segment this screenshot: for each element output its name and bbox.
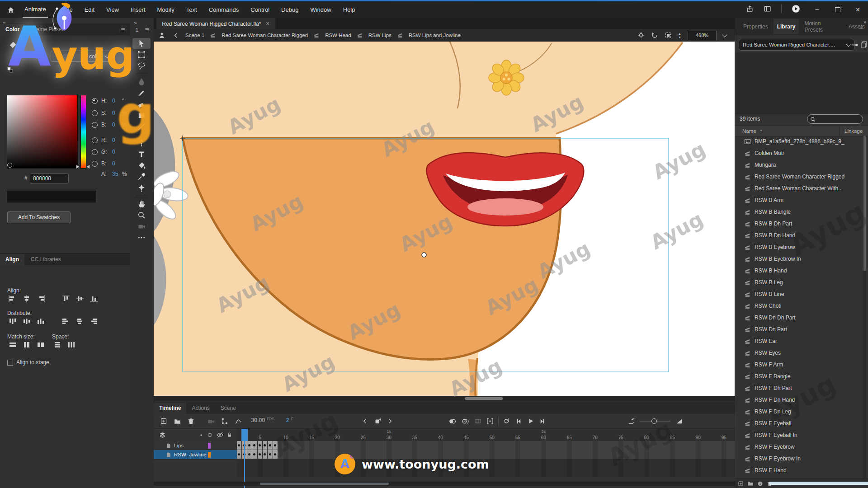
align-left-button[interactable]: [7, 295, 18, 303]
pen-tool[interactable]: [132, 137, 151, 148]
keyframe-cell[interactable]: [268, 441, 273, 450]
tab-library[interactable]: Library: [774, 19, 799, 34]
breadcrumb-3[interactable]: RSW Lips: [368, 33, 392, 38]
match-width-button[interactable]: [7, 341, 18, 349]
step-forward-icon[interactable]: [539, 418, 546, 425]
onion-skin-icon[interactable]: [448, 418, 456, 425]
align-to-stage-checkbox[interactable]: [7, 360, 13, 366]
back-arrow-icon[interactable]: [173, 32, 179, 39]
library-column-header[interactable]: Name ↑ Linkage: [735, 126, 868, 136]
library-item[interactable]: Red Saree Woman Character With...: [735, 183, 868, 194]
library-item[interactable]: RSW B Leg: [735, 277, 868, 288]
edit-multiple-frames-icon[interactable]: [474, 418, 481, 425]
insert-keyframe-icon[interactable]: [374, 418, 382, 425]
align-horizontal-center-button[interactable]: [21, 295, 32, 303]
eraser-tool[interactable]: [132, 99, 151, 110]
menu-insert[interactable]: Insert: [131, 6, 146, 13]
free-transform-tool[interactable]: [132, 49, 151, 60]
zoom-tool[interactable]: [132, 210, 151, 221]
library-item[interactable]: RSW B Dh Part: [735, 218, 868, 230]
onion-skin-outlines-icon[interactable]: [462, 418, 469, 425]
scrollbar-thumb[interactable]: [260, 483, 389, 485]
rectangle-tool[interactable]: [132, 110, 151, 121]
camera-tool[interactable]: [132, 221, 151, 232]
menu-text[interactable]: Text: [186, 6, 197, 13]
alpha-value[interactable]: 35: [112, 171, 118, 177]
item-properties-icon[interactable]: [757, 481, 763, 487]
lasso-tool[interactable]: [132, 61, 151, 71]
breadcrumb-4[interactable]: RSW Lips and Jowline: [409, 33, 461, 38]
add-to-swatches-button[interactable]: Add To Swatches: [7, 211, 71, 223]
menu-window[interactable]: Window: [310, 6, 331, 13]
library-item[interactable]: RSW B Arm: [735, 194, 868, 206]
keyframe-cell[interactable]: [258, 441, 263, 450]
library-search-input[interactable]: [817, 115, 857, 123]
hand-tool[interactable]: [132, 198, 151, 209]
test-movie-icon[interactable]: [792, 5, 800, 13]
library-item[interactable]: RSW F Dn Hand: [735, 394, 868, 406]
swap-colors-icon[interactable]: [7, 67, 14, 73]
sort-ascending-icon[interactable]: ↑: [760, 128, 763, 134]
library-item[interactable]: RSW F Dn Leg: [735, 406, 868, 418]
library-item[interactable]: RSW F Eyeball: [735, 418, 868, 429]
new-folder-icon[interactable]: [747, 480, 754, 487]
share-icon[interactable]: [746, 5, 754, 13]
new-symbol-icon[interactable]: [738, 481, 744, 487]
line-tool[interactable]: [132, 122, 151, 132]
keyframe-cell[interactable]: [268, 450, 273, 459]
library-item[interactable]: RSW Ear: [735, 335, 868, 347]
next-keyframe-icon[interactable]: [387, 418, 393, 424]
layer-frames-row[interactable]: [237, 450, 735, 460]
reset-timeline-zoom-icon[interactable]: [627, 418, 634, 425]
menu-debug[interactable]: Debug: [281, 6, 298, 13]
text-tool[interactable]: [132, 149, 151, 160]
hue-marker-left[interactable]: [76, 165, 79, 169]
keyframe-span[interactable]: [237, 441, 278, 450]
layer-parenting-icon[interactable]: [221, 418, 228, 425]
tab-motion-presets[interactable]: Motion Presets: [801, 16, 843, 38]
align-vertical-center-button[interactable]: [75, 295, 85, 303]
library-item[interactable]: RSW B Bangle: [735, 206, 868, 218]
paint-bucket-tool[interactable]: [132, 160, 151, 171]
edit-symbols-icon[interactable]: [158, 32, 165, 39]
clip-content-icon[interactable]: [665, 32, 672, 39]
distribute-top-button[interactable]: [7, 317, 18, 325]
keyframe-cell[interactable]: [263, 450, 268, 459]
breadcrumb-1[interactable]: Red Saree Woman Character Rigged: [222, 33, 308, 38]
tab-properties[interactable]: Properties: [740, 19, 772, 34]
library-item[interactable]: RSW B Line: [735, 288, 868, 300]
delete-layer-icon[interactable]: [188, 418, 194, 425]
distribute-left-button[interactable]: [61, 317, 71, 325]
menu-view[interactable]: View: [106, 6, 119, 13]
selection-tool[interactable]: [132, 38, 151, 49]
library-search-box[interactable]: [807, 114, 863, 124]
library-item[interactable]: RSW F Arm: [735, 359, 868, 371]
timeline-horizontal-scrollbar[interactable]: [154, 482, 735, 486]
library-item[interactable]: RSW Choti: [735, 300, 868, 312]
stage-horizontal-scrollbar[interactable]: [154, 396, 735, 401]
match-width-and-height-button[interactable]: [35, 341, 46, 349]
hue-marker-right[interactable]: [87, 165, 90, 169]
distribute-vertical-center-button[interactable]: [21, 317, 32, 325]
column-linkage[interactable]: Linkage: [844, 128, 863, 134]
tab-timeline[interactable]: Timeline: [154, 403, 186, 414]
fluid-brush-tool[interactable]: [132, 76, 151, 87]
align-top-button[interactable]: [61, 295, 71, 303]
scrollbar-thumb[interactable]: [863, 136, 866, 271]
keyframe-cell[interactable]: [247, 450, 252, 459]
menu-modify[interactable]: Modify: [157, 6, 175, 13]
library-item[interactable]: RSW Dn Dh Part: [735, 312, 868, 324]
zoom-stepper[interactable]: ▲▼: [678, 32, 681, 39]
library-item[interactable]: RSW B Dn Hand: [735, 230, 868, 241]
tab-align[interactable]: Align: [0, 254, 24, 265]
previous-keyframe-icon[interactable]: [362, 418, 368, 424]
keyframe-span[interactable]: [237, 450, 278, 459]
library-item[interactable]: RSW B Eyebrow: [735, 241, 868, 253]
hue-strip[interactable]: [80, 95, 86, 169]
radio-button[interactable]: [92, 137, 98, 143]
document-tab[interactable]: Red Saree Woman Rigged Character.fla* ✕: [156, 18, 275, 29]
new-library-panel-icon[interactable]: [860, 41, 868, 48]
tab-actions[interactable]: Actions: [186, 403, 215, 414]
timeline-zoom-in-icon[interactable]: [676, 418, 683, 425]
column-divider[interactable]: [839, 126, 840, 136]
